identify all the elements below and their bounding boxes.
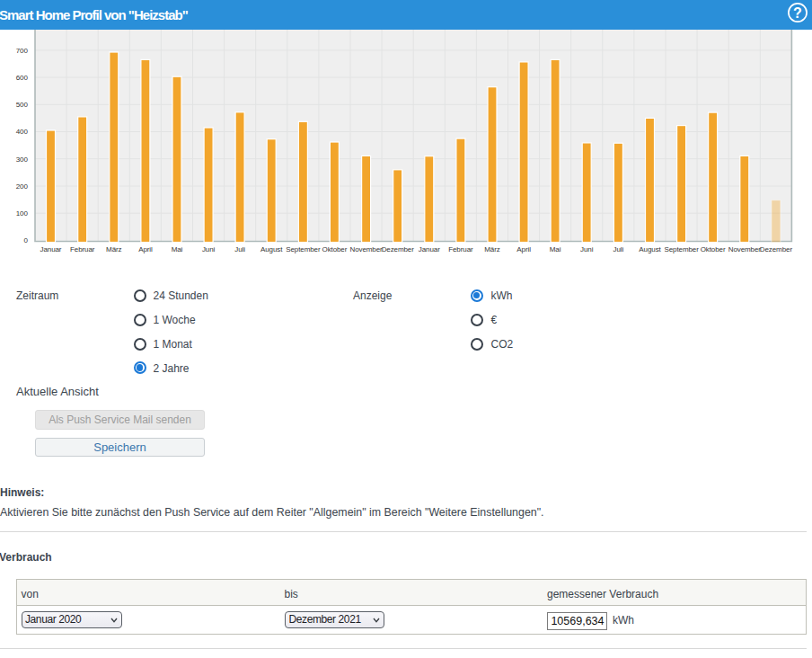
- svg-text:Mai: Mai: [550, 245, 561, 253]
- svg-text:Februar: Februar: [70, 245, 95, 253]
- svg-text:September: September: [664, 245, 699, 253]
- svg-text:700: 700: [16, 47, 29, 55]
- svg-text:100: 100: [16, 209, 29, 218]
- svg-text:April: April: [516, 245, 531, 253]
- svg-text:Oktober: Oktober: [701, 245, 726, 253]
- svg-text:Dezember: Dezember: [760, 245, 793, 253]
- svg-text:November: November: [728, 245, 762, 253]
- svg-text:200: 200: [16, 182, 29, 191]
- svg-text:April: April: [138, 245, 153, 253]
- svg-text:August: August: [260, 245, 283, 253]
- svg-text:0: 0: [24, 236, 29, 245]
- svg-text:November: November: [350, 245, 384, 253]
- svg-text:?: ?: [793, 5, 802, 21]
- svg-text:Dezember: Dezember: [382, 245, 415, 253]
- svg-text:Juni: Juni: [580, 245, 594, 253]
- svg-text:Januar: Januar: [419, 245, 440, 253]
- svg-text:August: August: [639, 245, 661, 253]
- svg-text:400: 400: [16, 128, 29, 136]
- svg-text:Oktober: Oktober: [322, 245, 348, 253]
- svg-text:Juli: Juli: [234, 245, 245, 253]
- svg-text:September: September: [286, 245, 321, 253]
- svg-text:Januar: Januar: [40, 245, 62, 253]
- svg-text:300: 300: [16, 156, 29, 164]
- svg-text:Juli: Juli: [613, 245, 624, 253]
- svg-text:März: März: [484, 245, 499, 253]
- svg-text:Mai: Mai: [172, 245, 183, 253]
- svg-text:600: 600: [16, 74, 29, 82]
- svg-text:Juni: Juni: [202, 245, 216, 253]
- svg-text:500: 500: [16, 101, 29, 109]
- svg-text:März: März: [106, 245, 121, 253]
- svg-text:Februar: Februar: [448, 245, 473, 253]
